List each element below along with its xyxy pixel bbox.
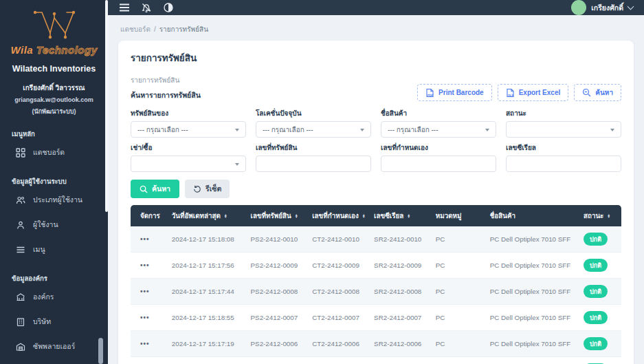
- wila-circuit-logo-icon: [25, 7, 83, 43]
- status-badge: ปกติ: [584, 233, 608, 246]
- svg-text:XLS: XLS: [508, 93, 513, 96]
- sidebar-item-users[interactable]: ผู้ใช้งาน: [4, 213, 104, 236]
- page-subtitle: รายการทรัพย์สิน: [131, 75, 201, 85]
- sidebar-scrollbar-thumb-bottom[interactable]: [98, 338, 103, 364]
- status-badge: ปกติ: [584, 311, 608, 324]
- reset-button[interactable]: รีเซ็ต: [185, 180, 230, 198]
- notifications-off-button[interactable]: [141, 2, 152, 13]
- print-barcode-button[interactable]: PDF Print Barcode: [417, 84, 492, 101]
- sidebar-item-menu[interactable]: เมนู: [4, 238, 104, 261]
- cell-asset-no: PS2-2412-0005: [247, 357, 309, 364]
- product-name-select[interactable]: --- กรุณาเลือก ---: [381, 121, 496, 138]
- table-header-row: จัดการ วันที่อัพเดทล่าสุด▲▼ เลขที่ทรัพย์…: [131, 205, 621, 226]
- asset-owner-select-value: --- กรุณาเลือก ---: [137, 125, 188, 135]
- sidebar-item-company[interactable]: บริษัท: [4, 310, 104, 333]
- hamburger-icon: [119, 3, 130, 12]
- serial-number-input[interactable]: [506, 156, 621, 172]
- status-select[interactable]: [506, 121, 621, 138]
- sidebar-scrollbar-thumb[interactable]: [105, 0, 108, 212]
- filter-label-status: สถานะ: [506, 108, 621, 118]
- custom-number-input[interactable]: [381, 156, 496, 172]
- sort-icon[interactable]: ▲▼: [224, 214, 227, 220]
- user-avatar: [571, 0, 586, 15]
- sidebar-item-supplier[interactable]: ซัพพลายเออร์: [4, 335, 104, 358]
- row-actions-button[interactable]: •••: [140, 288, 150, 295]
- sidebar-toggle-button[interactable]: [119, 3, 130, 12]
- cell-custom-no: CT2-2412-0010: [308, 226, 370, 253]
- sidebar-item-user-types[interactable]: ประเภทผู้ใช้งาน: [4, 189, 104, 211]
- export-excel-button[interactable]: XLS Export Excel: [498, 84, 569, 101]
- cell-category: PC: [432, 305, 486, 331]
- search-minus-icon: [582, 88, 591, 97]
- status-badge: ปกติ: [584, 337, 608, 350]
- cell-updated: 2024-12-17 15:16:57: [168, 357, 247, 364]
- search-heading: ค้นหารายการทรัพย์สิน: [131, 89, 201, 101]
- cell-asset-no: PS2-2412-0007: [247, 305, 309, 331]
- column-header-custom-no[interactable]: เลขที่กำหนดเอง▲▼: [308, 205, 370, 226]
- column-header-status[interactable]: สถานะ▲▼: [579, 205, 621, 226]
- cell-category: PC: [432, 226, 486, 253]
- caret-down-icon: [485, 129, 489, 131]
- cell-custom-no: CT2-2412-0008: [308, 279, 370, 305]
- column-header-serial-no[interactable]: เลขซีเรียล▲▼: [370, 205, 432, 226]
- page-title: รายการทรัพย์สิน: [131, 50, 621, 74]
- sort-icon[interactable]: ▲▼: [295, 214, 298, 220]
- search-button[interactable]: ค้นหา: [131, 180, 179, 198]
- topbar: เกรียงศักดิ์: [108, 0, 644, 15]
- asset-list-card: รายการทรัพย์สิน รายการทรัพย์สิน ค้นหาราย…: [118, 41, 634, 364]
- column-header-updated[interactable]: วันที่อัพเดทล่าสุด▲▼: [168, 205, 247, 226]
- supplier-icon: [16, 342, 25, 352]
- sidebar-item-label: องค์กร: [33, 291, 54, 303]
- current-location-select[interactable]: --- กรุณาเลือก ---: [256, 121, 371, 138]
- cell-category: PC: [432, 279, 486, 305]
- menu-lines-icon: [16, 245, 25, 255]
- sort-icon[interactable]: ▲▼: [362, 214, 366, 220]
- column-header-asset-no[interactable]: เลขที่ทรัพย์สิน▲▼: [247, 205, 309, 226]
- cell-updated: 2024-12-17 15:18:08: [168, 226, 247, 253]
- breadcrumb-current: รายการทรัพย์สิน: [159, 25, 208, 33]
- search-icon: [140, 185, 148, 193]
- cell-asset-no: PS2-2412-0009: [247, 253, 309, 279]
- rent-buy-select[interactable]: [131, 156, 246, 172]
- asset-number-input[interactable]: [256, 156, 371, 172]
- asset-owner-select[interactable]: --- กรุณาเลือก ---: [131, 121, 246, 138]
- cell-updated: 2024-12-17 15:17:44: [168, 279, 247, 305]
- app-root: Wila Technology Wilatech Inventories เกร…: [0, 0, 644, 364]
- dashboard-icon: [16, 148, 25, 158]
- sort-icon[interactable]: ▲▼: [407, 214, 410, 220]
- cell-asset-no: PS2-2412-0008: [247, 279, 309, 305]
- export-excel-label: Export Excel: [519, 89, 561, 96]
- filter-label-current-location: โลเคชั่นปัจจุบัน: [256, 108, 371, 118]
- sidebar-item-label: ประเภทผู้ใช้งาน: [33, 194, 82, 206]
- row-actions-button[interactable]: •••: [140, 314, 150, 321]
- cell-updated: 2024-12-17 15:17:19: [168, 331, 247, 357]
- column-header-product: ชื่อสินค้า: [486, 205, 579, 226]
- user-menu[interactable]: เกรียงศักดิ์: [571, 0, 633, 15]
- toolbar-search-button[interactable]: ค้นหา: [574, 84, 621, 101]
- theme-toggle-button[interactable]: [163, 2, 174, 13]
- cell-serial-no: SR2-2412-0006: [370, 331, 432, 357]
- sidebar-item-organization[interactable]: องค์กร: [4, 286, 104, 308]
- row-actions-button[interactable]: •••: [140, 340, 150, 347]
- breadcrumb-parent[interactable]: แดชบอร์ด: [120, 25, 151, 33]
- sidebar-item-label: ซัพพลายเออร์: [33, 341, 75, 352]
- cell-serial-no: SR2-2412-0007: [370, 305, 432, 331]
- breadcrumb: แดชบอร์ด/รายการทรัพย์สิน: [108, 15, 644, 41]
- toolbar-search-label: ค้นหา: [595, 87, 613, 98]
- caret-down-icon: [235, 163, 239, 166]
- breadcrumb-separator: /: [154, 25, 156, 33]
- filter-form: ทรัพย์สินของ --- กรุณาเลือก --- โลเคชั่น…: [131, 108, 621, 172]
- status-badge: ปกติ: [584, 285, 608, 298]
- caret-down-icon: [235, 129, 239, 131]
- toolbar: PDF Print Barcode XLS Export Excel: [417, 84, 621, 101]
- table-row: ••• 2024-12-17 15:17:19 PS2-2412-0006 CT…: [131, 331, 621, 357]
- table-row: ••• 2024-12-17 15:17:56 PS2-2412-0009 CT…: [131, 253, 621, 279]
- user-email: griangsak.w@outlook.com: [0, 96, 108, 103]
- column-header-manage: จัดการ: [131, 205, 168, 226]
- row-actions-button[interactable]: •••: [140, 261, 150, 269]
- row-actions-button[interactable]: •••: [140, 235, 150, 243]
- sidebar-item-dashboard[interactable]: แดชบอร์ด: [4, 141, 104, 164]
- brand-logo: Wila Technology: [0, 0, 108, 56]
- sort-icon[interactable]: ▲▼: [607, 214, 610, 220]
- cell-product: PC Dell Optiplex 7010 SFF: [486, 226, 579, 253]
